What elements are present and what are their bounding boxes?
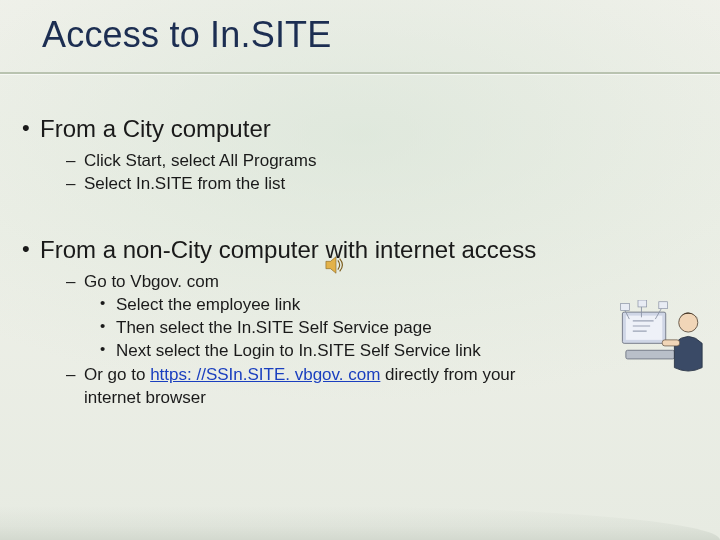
svg-rect-3 <box>626 350 675 359</box>
slide-title: Access to In.SITE <box>42 14 332 56</box>
bullet-non-city-computer: From a non-City computer with internet a… <box>22 235 690 265</box>
svg-rect-2 <box>626 316 662 340</box>
sub-bullet-or-cont: internet browser <box>66 387 690 408</box>
sub-bullet: Select In.SITE from the list <box>66 173 690 194</box>
step-bullet: Select the employee link <box>100 294 690 315</box>
footer-decoration <box>0 506 720 540</box>
sub-bullet: Click Start, select All Programs <box>66 150 690 171</box>
svg-rect-6 <box>621 303 630 310</box>
svg-marker-0 <box>326 257 336 274</box>
step-bullet: Then select the In.SITE Self Service pag… <box>100 317 690 338</box>
title-divider <box>0 72 720 74</box>
svg-rect-7 <box>638 300 647 307</box>
step-bullet: Next select the Login to In.SITE Self Se… <box>100 340 690 361</box>
spacer <box>22 197 690 231</box>
slide: Access to In.SITE From a City computer C… <box>0 0 720 540</box>
or-prefix: Or go to <box>84 365 150 384</box>
svg-point-4 <box>679 313 698 332</box>
insite-url-link[interactable]: https: //SSIn.SITE. vbgov. com <box>150 365 380 384</box>
sub-bullet-or: Or go to https: //SSIn.SITE. vbgov. com … <box>66 364 690 385</box>
slide-body: From a City computer Click Start, select… <box>22 110 690 410</box>
person-at-computer-clipart <box>620 300 708 378</box>
bullet-city-computer: From a City computer <box>22 114 690 144</box>
svg-rect-5 <box>662 340 679 346</box>
svg-rect-8 <box>659 302 668 309</box>
sub-bullet-goto: Go to Vbgov. com <box>66 271 690 292</box>
or-suffix: directly from your <box>380 365 515 384</box>
speaker-icon[interactable] <box>325 255 347 275</box>
